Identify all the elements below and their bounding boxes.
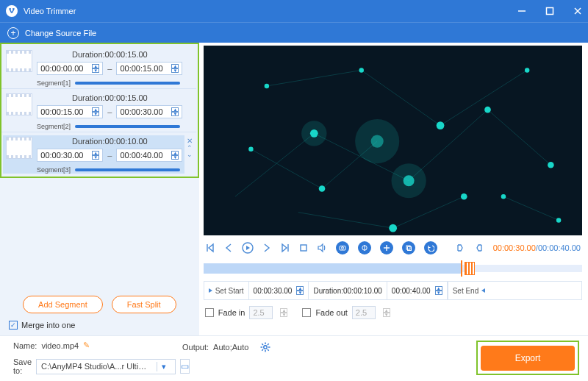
window-title: Video Trimmer: [24, 7, 76, 15]
spin-down-icon[interactable]: ▼: [92, 155, 99, 160]
mark-in-icon[interactable]: [455, 243, 465, 253]
svg-point-47: [264, 345, 267, 348]
segment-slider[interactable]: [75, 82, 180, 85]
next-frame-icon[interactable]: [262, 243, 271, 252]
svg-point-40: [341, 247, 343, 249]
fade-in-input[interactable]: 2.5: [249, 306, 273, 319]
spin-down-icon[interactable]: ▼: [92, 112, 99, 116]
segment-slider[interactable]: [75, 168, 180, 171]
spin-down-icon[interactable]: ▼: [435, 291, 442, 295]
svg-line-54: [268, 343, 269, 345]
fade-row: Fade in 2.5 ▲▼ Fade out 2.5 ▲▼: [204, 300, 582, 319]
video-preview[interactable]: [204, 46, 582, 235]
segment-duration: Duration:00:00:15.00: [72, 93, 148, 102]
spin-down-icon[interactable]: ▼: [296, 291, 304, 295]
segment-row[interactable]: Duration:00:00:15.00 00:00:15.00▲▼ – 00:…: [1, 88, 196, 132]
spin-down-icon[interactable]: ▼: [280, 313, 287, 317]
fade-out-label: Fade out: [315, 308, 347, 317]
set-start-button[interactable]: Set Start: [204, 282, 249, 299]
svg-point-27: [264, 84, 268, 88]
copy-icon[interactable]: [402, 241, 415, 254]
spin-down-icon[interactable]: ▼: [171, 68, 179, 73]
add-marker-icon[interactable]: [380, 241, 393, 254]
app-logo-icon: [6, 5, 18, 17]
segment-label: Segment[3]: [35, 166, 71, 174]
save-path-dropdown[interactable]: C:\AnyMP4 Studio\A...r Ultimate\Trimmer▾: [36, 359, 176, 374]
preview-panel: 00:00:30.00/00:00:40.00 Set Start 00:00:…: [199, 43, 588, 335]
segment-row-active[interactable]: Duration:00:00:10.00 00:00:30.00▲▼ – 00:…: [1, 132, 196, 175]
segment-start-input[interactable]: 00:00:00.00▲▼: [37, 62, 103, 75]
svg-line-52: [262, 343, 264, 345]
fade-in-checkbox[interactable]: [205, 308, 214, 317]
svg-rect-46: [407, 247, 411, 251]
split-icon[interactable]: [358, 241, 371, 254]
play-icon[interactable]: [242, 242, 254, 254]
merge-checkbox[interactable]: ✓: [9, 321, 18, 330]
range-end-input[interactable]: 00:00:40.00▲▼: [387, 282, 448, 299]
close-button[interactable]: [573, 7, 582, 15]
change-source-button[interactable]: Change Source File: [25, 29, 96, 38]
segment-start-input[interactable]: 00:00:30.00▲▼: [37, 149, 103, 162]
name-value: video.mp4: [41, 341, 79, 350]
minimize-button[interactable]: [517, 7, 526, 15]
range-dash: –: [107, 107, 112, 116]
add-segment-button[interactable]: Add Segment: [23, 296, 103, 313]
title-bar: Video Trimmer: [0, 0, 588, 22]
spin-down-icon[interactable]: ▼: [383, 313, 390, 317]
edit-name-icon[interactable]: ✎: [83, 341, 90, 350]
spin-down-icon[interactable]: ▼: [171, 112, 179, 116]
segment-label: Segment[1]: [35, 79, 71, 87]
volume-icon[interactable]: [317, 243, 327, 253]
stop-icon[interactable]: [299, 243, 308, 252]
range-duration: Duration:00:00:10.00: [309, 282, 387, 299]
goto-end-icon[interactable]: [280, 243, 290, 253]
segment-end-input[interactable]: 00:00:40.00▲▼: [116, 149, 182, 162]
segment-end-input[interactable]: 00:00:15.00▲▼: [116, 62, 182, 75]
spin-down-icon[interactable]: ▼: [92, 68, 99, 73]
svg-point-31: [501, 194, 505, 199]
maximize-button[interactable]: [545, 7, 554, 15]
svg-point-32: [389, 224, 397, 232]
goto-start-icon[interactable]: [205, 243, 215, 253]
segment-row[interactable]: Duration:00:00:15.00 00:00:00.00▲▼ – 00:…: [1, 46, 196, 88]
set-end-button[interactable]: Set End: [448, 282, 490, 299]
range-dash: –: [107, 151, 112, 160]
save-to-label: Save to:: [13, 357, 32, 375]
segment-end-input[interactable]: 00:00:30.00▲▼: [116, 105, 182, 118]
svg-point-24: [525, 68, 529, 72]
range-row: Set Start 00:00:30.00▲▼ Duration:00:00:1…: [204, 281, 582, 300]
svg-point-35: [355, 119, 399, 163]
output-settings-icon[interactable]: [260, 342, 270, 352]
svg-point-0: [10, 8, 11, 10]
svg-line-53: [268, 349, 269, 351]
svg-line-55: [262, 349, 264, 351]
undo-icon[interactable]: [424, 241, 437, 254]
segment-label: Segment[2]: [35, 123, 71, 130]
chevron-down-icon[interactable]: ▾: [157, 362, 171, 371]
segment-thumb-icon: [6, 93, 32, 115]
timeline-scrubber[interactable]: [204, 260, 582, 275]
prev-frame-icon[interactable]: [224, 243, 233, 252]
svg-point-26: [548, 162, 554, 168]
toolbar: + Change Source File: [0, 22, 588, 43]
svg-rect-45: [406, 246, 410, 249]
fade-out-input[interactable]: 2.5: [352, 306, 376, 319]
segment-slider[interactable]: [75, 125, 180, 128]
segment-expand-icon[interactable]: ⌄: [187, 151, 193, 158]
add-source-icon[interactable]: +: [7, 27, 19, 39]
spin-down-icon[interactable]: ▼: [171, 155, 179, 160]
output-label: Output:: [182, 343, 209, 352]
svg-point-34: [391, 163, 426, 198]
segment-start-input[interactable]: 00:00:15.00▲▼: [37, 105, 103, 118]
range-start-input[interactable]: 00:00:30.00▲▼: [249, 282, 309, 299]
fade-out-checkbox[interactable]: [302, 308, 311, 317]
mark-out-icon[interactable]: [474, 243, 484, 253]
fast-split-button[interactable]: Fast Split: [112, 296, 176, 313]
segment-thumb-icon: [6, 50, 32, 72]
segments-panel: Duration:00:00:15.00 00:00:00.00▲▼ – 00:…: [0, 43, 199, 335]
segment-thumb-icon: [6, 137, 32, 159]
fade-in-label: Fade in: [218, 308, 245, 317]
snapshot-icon[interactable]: [336, 241, 349, 254]
name-label: Name:: [13, 341, 37, 350]
export-button[interactable]: Export: [481, 346, 575, 371]
